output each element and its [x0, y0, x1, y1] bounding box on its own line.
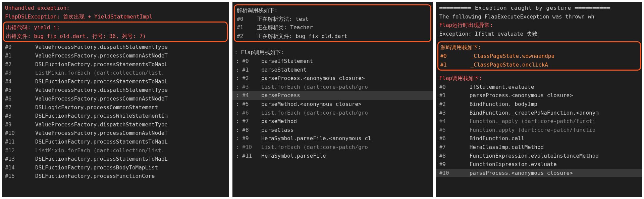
frame-text: DSLFuctionFactory.processStatementsToMap…	[35, 61, 168, 68]
stack-frame[interactable]: : #11HeraSymbol.parseFile	[236, 152, 429, 160]
parse-stack-header: 解析调用栈如下:	[237, 6, 428, 15]
stack-frame[interactable]: #0ValueProcessFactory.dispatchStatementT…	[5, 43, 226, 51]
frame-text: List.forEach (dart:core-patch/gro	[261, 144, 368, 150]
stack-frame[interactable]: #8FunctionExpression.evaluteInstanceMeth…	[439, 152, 639, 160]
frame-number: #13	[5, 155, 35, 163]
frame-number: #2	[439, 100, 470, 109]
frame-text: ValueProcessFactory.dispatchStatementTyp…	[35, 87, 168, 93]
stack-frame[interactable]: : #1parseStatement	[236, 66, 429, 74]
stack-frame[interactable]: : #0parseIfStatement	[236, 57, 429, 66]
frame-number: #0	[440, 52, 471, 61]
frame-text: ListMixin.forEach (dart:collection/list.	[35, 70, 164, 76]
stack-frame[interactable]: #0正在解析方法: test	[237, 15, 428, 24]
frame-number: : #8	[236, 126, 261, 134]
frame-number: #3	[439, 109, 470, 117]
stack-frame[interactable]: #9ValueProcessFactory.dispatchStatementT…	[5, 120, 226, 129]
stack-frame[interactable]: #2正在解析文件: bug_fix_old.dart	[237, 32, 428, 41]
frame-number: : #6	[236, 109, 261, 117]
exception-message: FlapDSLException: 首次出现 + YieldStatementI…	[5, 12, 226, 21]
stack-frame[interactable]: #1正在解析类: Teacher	[237, 23, 428, 32]
stack-frame[interactable]: #5ValueProcessFactory.dispatchStatementT…	[5, 86, 226, 94]
frame-text: FunctionExpression.evaluate	[470, 161, 557, 167]
frame-number: #10	[439, 169, 470, 177]
stack-frame[interactable]: : #8parseClass	[236, 126, 429, 134]
stack-frame[interactable]: #2BindFunction._bodyImp	[439, 100, 639, 109]
frame-text: parseProcess.<anonymous closure>	[261, 75, 365, 81]
frame-number: #8	[5, 112, 35, 120]
frame-number: #7	[5, 103, 35, 112]
source-stack-header: 源码调用栈如下:	[440, 43, 638, 52]
frame-number: #1	[5, 51, 35, 60]
stack-frame[interactable]: #2DSLFuctionFactory.processStatementsToM…	[5, 60, 226, 69]
error-code-line: 出错代码: yield i;	[6, 23, 225, 32]
stack-frame[interactable]: #11DSLFuctionFactory.processStatementsTo…	[5, 137, 226, 146]
frame-number: #9	[439, 160, 470, 169]
stack-frame[interactable]: #8DSLFuctionFactory.processWhileStatemen…	[5, 112, 226, 120]
frame-text: parseIfStatement	[261, 58, 313, 64]
stack-frame[interactable]: : #9HeraSymbol.parseFile.<anonymous cl	[236, 134, 429, 143]
stack-frame[interactable]: : #7parseMethod	[236, 117, 429, 126]
frame-number: #0	[439, 83, 470, 91]
frame-text: IfStatement.evaluate	[470, 84, 534, 90]
stack-frame[interactable]: : #6List.forEach (dart:core-patch/gro	[236, 109, 429, 117]
stack-frame[interactable]: #12ListMixin.forEach (dart:collection/li…	[5, 146, 226, 155]
stack-frame[interactable]: #5Function.apply (dart:core-patch/functi…	[439, 126, 639, 134]
stack-frame[interactable]: #13DSLFuctionFactory.processStatementsTo…	[5, 155, 226, 163]
frame-number: #8	[439, 152, 470, 160]
frame-number: : #3	[236, 83, 261, 91]
frame-number: #1	[440, 61, 471, 69]
source-stack-frames: #0_ClassPageState.wownaandpa#1_ClassPage…	[440, 52, 638, 69]
stack-frame[interactable]: #4Function._apply (dart:core-patch/funct…	[439, 117, 639, 126]
frame-number: : #2	[236, 74, 261, 83]
stack-frame[interactable]: #7DSLLogicFactory.processCommonStatement	[5, 103, 226, 112]
stack-frame[interactable]: #6ValueProcessFactory.processCommonAstNo…	[5, 94, 226, 103]
stack-frame[interactable]: #10ValueProcessFactory.processCommonAstN…	[5, 129, 226, 137]
stack-frame[interactable]: : #5parseMethod.<anonymous closure>	[236, 100, 429, 109]
frame-text: _ClassPageState.wownaandpa	[471, 53, 554, 59]
frame-text: ValueProcessFactory.processCommonAstNode…	[35, 95, 168, 102]
stack-frame[interactable]: : #3List.forEach (dart:core-patch/gro	[236, 83, 429, 91]
frame-number: #11	[5, 137, 35, 146]
frame-number: #4	[5, 77, 35, 86]
flap-stack-header: : Flap调用栈如下:	[234, 48, 429, 57]
frame-text: List.forEach (dart:core-patch/gro	[261, 84, 368, 90]
frame-text: HeraSymbol.parseFile.<anonymous cl	[261, 135, 371, 142]
frame-number: #5	[439, 126, 470, 134]
frame-text: DSLFuctionFactory.processFunctionCore	[35, 173, 155, 179]
frame-number: : #9	[236, 134, 261, 143]
stack-frame[interactable]: #0IfStatement.evaluate	[439, 83, 639, 91]
flap-stack-header: Flap调用栈如下:	[439, 74, 639, 83]
frame-text: DSLFuctionFactory.processStatementsToMap…	[35, 138, 168, 145]
stack-frame[interactable]: #15DSLFuctionFactory.processFunctionCore	[5, 172, 226, 181]
frame-text: DSLLogicFactory.processCommonStatement	[35, 104, 158, 111]
stack-frame[interactable]: #6BindFunction.call	[439, 134, 639, 143]
stack-frame[interactable]: #3ListMixin.forEach (dart:collection/lis…	[5, 69, 226, 77]
frame-number: #1	[237, 23, 257, 32]
frame-text: HeraClassImp.callMethod	[470, 144, 544, 150]
stack-frame[interactable]: #7HeraClassImp.callMethod	[439, 143, 639, 152]
stack-frame[interactable]: #1parseProcess.<anonymous closure>	[439, 91, 639, 100]
stack-frame[interactable]: #1ValueProcessFactory.processCommonAstNo…	[5, 51, 226, 60]
error-detail-highlight: 出错代码: yield i; 出错文件: bug_fix_old.dart, 行…	[3, 22, 228, 42]
frame-number: : #7	[236, 117, 261, 126]
stack-frame[interactable]: : #2parseProcess.<anonymous closure>	[236, 74, 429, 83]
parse-stack-highlight: 解析调用栈如下: #0正在解析方法: test#1正在解析类: Teacher#…	[234, 4, 431, 42]
frame-text: ValueProcessFactory.dispatchStatementTyp…	[35, 121, 168, 128]
stack-frame[interactable]: : #4parseProcess	[232, 91, 433, 100]
stack-frame[interactable]: #0_ClassPageState.wownaandpa	[440, 52, 638, 61]
frame-text: HeraSymbol.parseFile	[261, 153, 326, 159]
exception-thrown-message: The following FlapExecuteException was t…	[439, 12, 639, 21]
stack-frame[interactable]: #4DSLFuctionFactory.processStatementsToM…	[5, 77, 226, 86]
stack-frame[interactable]: #10parseProcess.<anonymous closure>	[436, 169, 642, 177]
stack-frame[interactable]: #3BindFunction._createPaNaFunction.<anon…	[439, 109, 639, 117]
stack-frame[interactable]: #1_ClassPageState.onclickA	[440, 61, 638, 69]
frame-text: DSLFuctionFactory.processBodyToMapList	[35, 164, 158, 171]
frame-number: #0	[5, 43, 35, 51]
frame-number: #6	[439, 134, 470, 143]
frame-text: BindFunction._createPaNaFunction.<anonym	[470, 110, 599, 116]
stack-frame[interactable]: #9FunctionExpression.evaluate	[439, 160, 639, 169]
stack-frame[interactable]: #14DSLFuctionFactory.processBodyToMapLis…	[5, 163, 226, 172]
stack-frame[interactable]: : #10List.forEach (dart:core-patch/gro	[236, 143, 429, 152]
stack-trace-panel-2: 解析调用栈如下: #0正在解析方法: test#1正在解析类: Teacher#…	[232, 2, 433, 197]
frame-text: parseClass	[261, 127, 293, 133]
